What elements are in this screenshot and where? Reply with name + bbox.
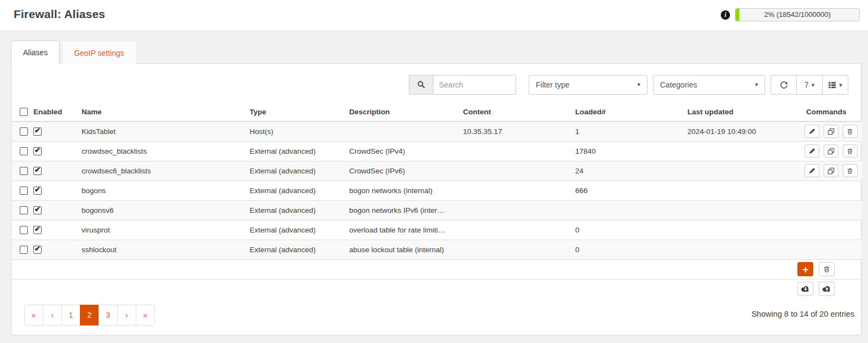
- usage-progress-label: 2% (18542/1000000): [736, 9, 859, 21]
- chevron-down-icon: ▾: [812, 82, 815, 88]
- enabled-checkbox[interactable]: [33, 246, 42, 254]
- table-footer-actions-row: +: [11, 259, 862, 279]
- row-select-checkbox[interactable]: [20, 226, 28, 234]
- chevron-down-icon: ▾: [637, 82, 640, 88]
- enabled-checkbox[interactable]: [33, 147, 42, 155]
- select-all-checkbox[interactable]: [20, 108, 28, 116]
- table-footer-transfer-row: [11, 279, 862, 299]
- alias-loaded: 1: [575, 121, 687, 141]
- column-header-type[interactable]: Type: [250, 102, 349, 121]
- table-row: bogonsv6 External (advanced) bogon netwo…: [11, 200, 862, 220]
- alias-name: bogons: [82, 181, 250, 200]
- copy-icon: [828, 148, 835, 155]
- enabled-checkbox[interactable]: [33, 206, 42, 214]
- enabled-checkbox[interactable]: [33, 167, 42, 175]
- enabled-checkbox[interactable]: [33, 127, 42, 136]
- copy-button[interactable]: [824, 125, 838, 138]
- column-header-last-updated[interactable]: Last updated: [687, 102, 802, 121]
- refresh-icon: [779, 80, 789, 90]
- alias-description: overload table for rate limiti…: [349, 220, 463, 240]
- trash-icon: [823, 265, 830, 273]
- edit-button[interactable]: [805, 144, 819, 158]
- column-header-content[interactable]: Content: [463, 102, 575, 121]
- alias-content: [463, 240, 575, 259]
- pagination-next[interactable]: ›: [117, 305, 136, 325]
- table-row: virusprot External (advanced) overload t…: [11, 220, 862, 240]
- edit-button[interactable]: [805, 125, 819, 138]
- alias-content: 10.35.35.17: [463, 121, 575, 141]
- alias-last-updated: 2024-01-19 10:49:00: [687, 121, 802, 141]
- pagination-prev[interactable]: ‹: [43, 305, 62, 325]
- categories-select[interactable]: Categories ▾: [653, 75, 765, 95]
- alias-usage-widget: i 2% (18542/1000000): [721, 8, 860, 21]
- aliases-table: Enabled Name Type Description Content Lo…: [11, 102, 862, 299]
- delete-button[interactable]: [843, 144, 858, 158]
- trash-icon: [847, 167, 853, 175]
- delete-button[interactable]: [843, 125, 858, 138]
- search-icon: [417, 80, 426, 89]
- download-button[interactable]: [797, 282, 813, 296]
- pagination-page-3[interactable]: 3: [99, 305, 118, 325]
- tab-bar: Aliases GeoIP settings: [11, 40, 136, 64]
- pagination-first[interactable]: «: [24, 305, 43, 325]
- column-header-enabled[interactable]: Enabled: [32, 102, 82, 121]
- filter-type-select[interactable]: Filter type ▾: [529, 75, 647, 95]
- alias-content: [463, 200, 575, 220]
- search-input[interactable]: [433, 75, 516, 95]
- pagination-page-2-active[interactable]: 2: [80, 305, 99, 325]
- alias-content: [463, 220, 575, 240]
- pagination-last[interactable]: »: [136, 305, 155, 325]
- row-select-checkbox[interactable]: [20, 167, 28, 175]
- tab-aliases[interactable]: Aliases: [11, 40, 60, 64]
- trash-icon: [847, 128, 853, 135]
- header-bar: Firewall: Aliases i 2% (18542/1000000): [0, 0, 868, 31]
- table-header-row: Enabled Name Type Description Content Lo…: [11, 102, 862, 121]
- page-size-value: 7: [805, 80, 809, 89]
- delete-button[interactable]: [843, 164, 858, 177]
- plus-icon: +: [802, 264, 808, 275]
- page-size-select[interactable]: 7 ▾: [796, 75, 823, 95]
- row-select-checkbox[interactable]: [20, 187, 28, 195]
- alias-description: bogon networks IPv6 (inter…: [349, 200, 463, 220]
- row-select-checkbox[interactable]: [20, 206, 28, 214]
- enabled-checkbox[interactable]: [33, 187, 42, 195]
- refresh-button[interactable]: [771, 75, 797, 95]
- table-row: bogons External (advanced) bogon network…: [11, 181, 862, 200]
- edit-button[interactable]: [805, 164, 819, 177]
- alias-description: CrowdSec (IPv4): [349, 141, 463, 161]
- copy-button[interactable]: [824, 164, 838, 177]
- column-selector-button[interactable]: ▾: [822, 75, 848, 95]
- pagination-page-1[interactable]: 1: [61, 305, 80, 325]
- info-icon[interactable]: i: [721, 10, 730, 20]
- pencil-icon: [809, 167, 815, 174]
- alias-last-updated: [687, 200, 802, 220]
- alias-last-updated: [687, 240, 802, 259]
- cloud-download-icon: [800, 285, 811, 293]
- row-select-checkbox[interactable]: [20, 127, 28, 136]
- alias-name: bogonsv6: [82, 200, 250, 220]
- alias-type: External (advanced): [250, 240, 349, 259]
- copy-button[interactable]: [824, 144, 838, 158]
- alias-type: External (advanced): [250, 220, 349, 240]
- chevron-down-icon: ▾: [755, 82, 758, 88]
- column-header-name[interactable]: Name: [82, 102, 250, 121]
- enabled-checkbox[interactable]: [33, 226, 42, 234]
- table-row: sshlockout External (advanced) abuse loc…: [11, 240, 862, 259]
- alias-content: [463, 161, 575, 181]
- firewall-aliases-page: Firewall: Aliases i 2% (18542/1000000) A…: [0, 0, 868, 343]
- cloud-upload-icon: [821, 285, 832, 293]
- table-row: KidsTablet Host(s) 10.35.35.17 1 2024-01…: [11, 121, 862, 141]
- copy-icon: [828, 167, 835, 175]
- tab-geoip-settings[interactable]: GeoIP settings: [62, 41, 136, 64]
- row-select-checkbox[interactable]: [20, 147, 28, 155]
- alias-name: sshlockout: [82, 240, 250, 259]
- alias-loaded: 666: [575, 181, 687, 200]
- search-group: [409, 75, 516, 95]
- column-header-description[interactable]: Description: [349, 102, 463, 121]
- column-header-loaded[interactable]: Loaded#: [575, 102, 687, 121]
- delete-selected-button[interactable]: [819, 262, 835, 276]
- upload-button[interactable]: [819, 282, 835, 296]
- add-alias-button[interactable]: +: [797, 262, 813, 276]
- search-addon: [409, 75, 433, 95]
- row-select-checkbox[interactable]: [20, 246, 28, 254]
